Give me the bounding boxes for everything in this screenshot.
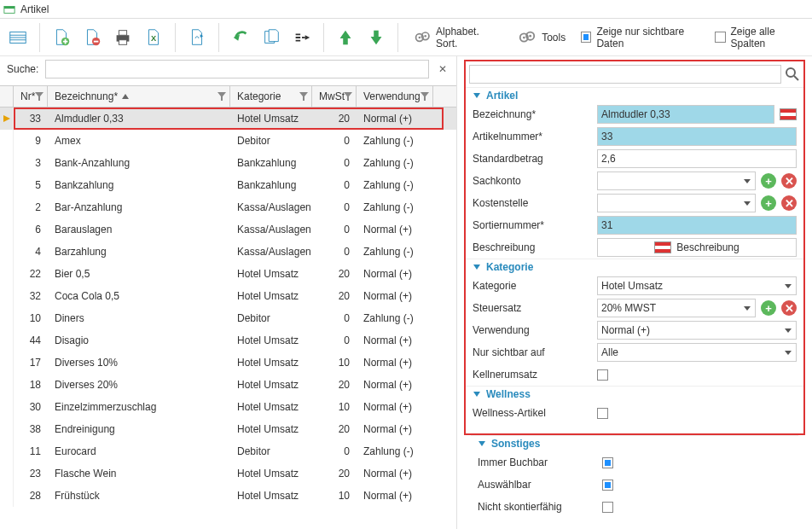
move-up-button[interactable] bbox=[333, 24, 358, 51]
col-verwendung[interactable]: Verwendung bbox=[357, 86, 433, 107]
add-kostenstelle-button[interactable]: + bbox=[761, 195, 776, 211]
section-artikel[interactable]: Artikel bbox=[466, 87, 803, 103]
cell-verwendung: Normal (+) bbox=[357, 224, 433, 235]
show-visible-only-check[interactable]: Zeige nur sichtbare Daten bbox=[581, 26, 706, 49]
cell-mwst: 20 bbox=[312, 423, 357, 435]
move-down-button[interactable] bbox=[363, 24, 389, 51]
clear-search-button[interactable]: ✕ bbox=[436, 63, 450, 75]
table-row[interactable]: 5BankzahlungBankzahlung0Zahlung (-) bbox=[0, 174, 456, 196]
filter-icon[interactable] bbox=[420, 91, 429, 100]
section-kategorie[interactable]: Kategorie bbox=[466, 259, 803, 275]
cell-kategorie: Debitor bbox=[230, 135, 312, 147]
detail-highlight-box: Artikel Bezeichnung* Almdudler 0,33 Arti… bbox=[464, 60, 805, 435]
table-row[interactable]: 17Diverses 10%Hotel Umsatz10Normal (+) bbox=[0, 352, 456, 374]
table-row[interactable]: 28FrühstückHotel Umsatz10Normal (+) bbox=[0, 485, 456, 507]
cell-kategorie: Hotel Umsatz bbox=[230, 401, 312, 413]
col-nr[interactable]: Nr* bbox=[14, 86, 48, 107]
undo-button[interactable] bbox=[228, 24, 253, 51]
filter-icon[interactable] bbox=[299, 91, 308, 100]
print-button[interactable] bbox=[110, 24, 136, 51]
section-wellness[interactable]: Wellness bbox=[466, 386, 803, 402]
input-standardbetrag[interactable]: 2,6 bbox=[597, 149, 797, 168]
row-gutter bbox=[0, 462, 14, 485]
delete-kostenstelle-button[interactable]: ✕ bbox=[781, 195, 797, 211]
dropdown-sachkonto[interactable] bbox=[597, 171, 756, 190]
cell-verwendung: Zahlung (-) bbox=[357, 312, 433, 324]
input-sortiernummer[interactable]: 31 bbox=[597, 216, 797, 235]
copy-button[interactable] bbox=[258, 24, 284, 51]
table-row[interactable]: 33Almdudler 0,33Hotel Umsatz20Normal (+) bbox=[0, 108, 456, 130]
cell-mwst: 20 bbox=[312, 268, 357, 280]
table-row[interactable]: 38EndreinigungHotel Umsatz20Normal (+) bbox=[0, 418, 456, 440]
table-row[interactable]: 44DisagioHotel Umsatz0Normal (+) bbox=[0, 329, 456, 352]
input-bezeichnung[interactable]: Almdudler 0,33 bbox=[597, 105, 774, 124]
filter-icon[interactable] bbox=[35, 91, 44, 100]
detail-search-input[interactable] bbox=[469, 65, 781, 84]
row-gutter bbox=[0, 307, 14, 329]
alpha-sort-label: Alphabet. Sort. bbox=[436, 26, 499, 49]
table-row[interactable]: 32Coca Cola 0,5Hotel Umsatz20Normal (+) bbox=[0, 285, 456, 307]
show-all-columns-check[interactable]: Zeige alle Spalten bbox=[715, 26, 807, 49]
dropdown-steuersatz[interactable]: 20% MWST bbox=[597, 299, 756, 317]
dropdown-nur-sichtbar-auf[interactable]: Alle bbox=[597, 343, 797, 362]
grid-button[interactable] bbox=[5, 24, 31, 51]
table-row[interactable]: 30EinzelzimmerzuschlagHotel Umsatz10Norm… bbox=[0, 396, 456, 418]
col-kategorie[interactable]: Kategorie bbox=[230, 86, 312, 107]
cell-nr: 11 bbox=[14, 445, 48, 457]
table-row[interactable]: 23Flasche WeinHotel Umsatz20Normal (+) bbox=[0, 462, 456, 485]
dropdown-kostenstelle[interactable] bbox=[597, 194, 756, 212]
cell-mwst: 20 bbox=[312, 468, 357, 480]
flag-at-icon[interactable] bbox=[780, 108, 797, 120]
cell-nr: 2 bbox=[14, 201, 48, 213]
label-nur-sichtbar-auf: Nur sichtbar auf bbox=[473, 346, 592, 358]
new-button[interactable] bbox=[49, 24, 74, 51]
table-row[interactable]: 9AmexDebitor0Zahlung (-) bbox=[0, 130, 456, 152]
svg-marker-27 bbox=[35, 92, 44, 101]
label-nicht-skontierfaehig: Nicht skontierfähig bbox=[478, 501, 597, 513]
checkbox-wellness-artikel[interactable] bbox=[597, 408, 608, 419]
search-icon[interactable] bbox=[785, 67, 800, 82]
col-mwst[interactable]: MwSt bbox=[312, 86, 357, 107]
table-row[interactable]: 4BarzahlungKassa/Auslagen0Zahlung (-) bbox=[0, 241, 456, 263]
cell-kategorie: Hotel Umsatz bbox=[230, 357, 312, 369]
checkbox-immer-buchbar[interactable] bbox=[602, 457, 613, 468]
filter-icon[interactable] bbox=[344, 91, 352, 100]
table-row[interactable]: 22Bier 0,5Hotel Umsatz20Normal (+) bbox=[0, 263, 456, 285]
refresh-button[interactable] bbox=[184, 24, 210, 51]
delete-sachkonto-button[interactable]: ✕ bbox=[781, 173, 797, 189]
svg-rect-1 bbox=[4, 6, 14, 9]
input-artikelnummer[interactable]: 33 bbox=[597, 127, 797, 146]
table-row[interactable]: 11EurocardDebitor0Zahlung (-) bbox=[0, 440, 456, 462]
export-excel-button[interactable]: X bbox=[141, 24, 166, 51]
link-button[interactable] bbox=[289, 24, 315, 51]
cell-bezeichnung: Bank-Anzahlung bbox=[48, 157, 230, 169]
checkbox-kellnerumsatz[interactable] bbox=[597, 369, 608, 381]
beschreibung-button[interactable]: Beschreibung bbox=[597, 238, 797, 257]
table-row[interactable]: 18Diverses 20%Hotel Umsatz20Normal (+) bbox=[0, 374, 456, 396]
add-sachkonto-button[interactable]: + bbox=[761, 173, 776, 189]
col-bezeichnung[interactable]: Bezeichnung* bbox=[48, 86, 230, 107]
delete-steuersatz-button[interactable]: ✕ bbox=[781, 300, 797, 316]
dropdown-kategorie[interactable]: Hotel Umsatz bbox=[597, 276, 797, 295]
label-steuersatz: Steuersatz bbox=[473, 302, 592, 314]
table-row[interactable]: 6BarauslagenKassa/Auslagen0Normal (+) bbox=[0, 218, 456, 241]
table-row[interactable]: 10DinersDebitor0Zahlung (-) bbox=[0, 307, 456, 329]
checkbox-nicht-skontierfaehig[interactable] bbox=[602, 502, 613, 513]
row-gutter bbox=[0, 108, 14, 130]
delete-button[interactable] bbox=[79, 24, 105, 51]
row-gutter bbox=[0, 152, 14, 174]
title-bar: Artikel bbox=[0, 0, 812, 19]
checkbox-auswaehlbar[interactable] bbox=[602, 480, 613, 491]
table-row[interactable]: 3Bank-AnzahlungBankzahlung0Zahlung (-) bbox=[0, 152, 456, 174]
cell-nr: 3 bbox=[14, 157, 48, 169]
svg-point-21 bbox=[418, 36, 420, 38]
table-row[interactable]: 2Bar-AnzahlungKassa/Auslagen0Zahlung (-) bbox=[0, 196, 456, 218]
alpha-sort-button[interactable]: Alphabet. Sort. bbox=[407, 24, 507, 51]
dropdown-verwendung[interactable]: Normal (+) bbox=[597, 321, 797, 340]
tools-button[interactable]: Tools bbox=[511, 24, 572, 51]
cell-verwendung: Normal (+) bbox=[357, 468, 433, 480]
filter-icon[interactable] bbox=[218, 91, 226, 100]
add-steuersatz-button[interactable]: + bbox=[761, 300, 776, 316]
search-input[interactable] bbox=[45, 60, 429, 78]
section-sonstiges[interactable]: Sonstiges bbox=[471, 435, 798, 451]
